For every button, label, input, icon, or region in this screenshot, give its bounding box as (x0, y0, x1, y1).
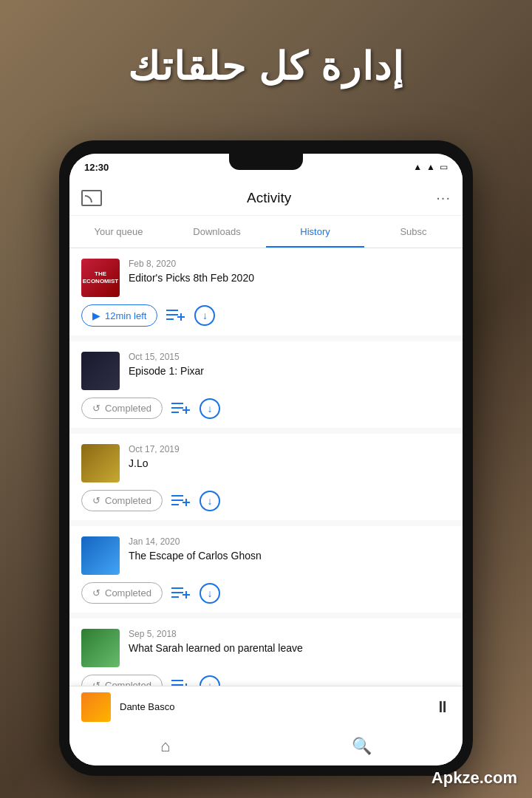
episode-list: THEECONOMIST Feb 8, 2020 Editor's Picks … (69, 248, 463, 727)
add-to-queue-button[interactable] (171, 493, 191, 509)
battery-icon: ▭ (440, 162, 448, 172)
status-time: 12:30 (84, 162, 109, 173)
add-to-queue-button[interactable] (166, 307, 185, 324)
completed-button[interactable]: ↺ Completed (81, 398, 163, 419)
episode-header: Jan 14, 2020 The Escape of Carlos Ghosn (81, 536, 451, 575)
tabs-bar: Your queue Downloads History Subsc (69, 216, 463, 248)
download-icon: ↓ (207, 587, 212, 599)
nav-bar: ⌂ 🔍 (69, 727, 463, 765)
episode-date: Oct 15, 2015 (129, 352, 451, 362)
episode-item: Oct 15, 2015 Episode 1: Pixar ↺ Complete… (69, 341, 463, 428)
episode-actions: ↺ Completed ↓ (81, 490, 451, 511)
thumb-image (81, 352, 120, 390)
mini-player-title: Dante Basco (120, 701, 426, 712)
play-icon: ▶ (92, 310, 100, 321)
download-button[interactable]: ↓ (200, 491, 220, 511)
episode-title: What Sarah learned on parental leave (129, 641, 451, 655)
search-icon: 🔍 (352, 737, 372, 756)
episode-title: Editor's Picks 8th Feb 2020 (129, 271, 451, 284)
home-icon: ⌂ (160, 737, 170, 756)
nav-home[interactable]: ⌂ (160, 737, 170, 756)
thumb-image (81, 444, 120, 482)
phone-screen: 12:30 ▲ ▲ ▭ Activity ··· Your queue Down… (69, 154, 463, 765)
tab-history[interactable]: History (266, 216, 364, 248)
completed-icon: ↺ (92, 403, 100, 414)
notch (229, 154, 303, 170)
episode-date: Oct 17, 2019 (129, 444, 451, 454)
episode-actions: ▶ 12min left ↓ (81, 304, 451, 327)
download-icon: ↓ (207, 403, 212, 415)
completed-button[interactable]: ↺ Completed (81, 490, 163, 511)
signal-icon: ▲ (426, 162, 435, 172)
wifi-icon: ▲ (413, 162, 422, 172)
more-menu-icon[interactable]: ··· (436, 189, 451, 206)
play-button[interactable]: ▶ 12min left (81, 304, 157, 327)
download-button[interactable]: ↓ (194, 305, 215, 326)
phone-frame: 12:30 ▲ ▲ ▭ Activity ··· Your queue Down… (59, 140, 473, 776)
download-button[interactable]: ↓ (200, 398, 220, 419)
episode-info: Feb 8, 2020 Editor's Picks 8th Feb 2020 (129, 259, 451, 284)
episode-header: Oct 15, 2015 Episode 1: Pixar (81, 352, 451, 390)
add-to-queue-button[interactable] (171, 585, 191, 601)
tab-subscriptions[interactable]: Subsc (364, 216, 463, 248)
tab-your-queue[interactable]: Your queue (69, 216, 168, 248)
episode-info: Oct 17, 2019 J.Lo (129, 444, 451, 470)
completed-button[interactable]: ↺ Completed (81, 582, 163, 604)
tab-downloads[interactable]: Downloads (168, 216, 266, 248)
pause-button[interactable]: ⏸ (434, 698, 451, 717)
episode-title: The Escape of Carlos Ghosn (129, 549, 451, 562)
episode-thumb (81, 629, 120, 667)
download-icon: ↓ (207, 495, 212, 507)
thumb-image (81, 629, 120, 667)
episode-thumb (81, 352, 120, 390)
status-icons: ▲ ▲ ▭ (413, 162, 448, 172)
episode-date: Feb 8, 2020 (129, 259, 451, 269)
episode-date: Jan 14, 2020 (129, 536, 451, 547)
cast-icon[interactable] (81, 190, 102, 206)
episode-info: Oct 15, 2015 Episode 1: Pixar (129, 352, 451, 378)
episode-header: THEECONOMIST Feb 8, 2020 Editor's Picks … (81, 259, 451, 297)
watermark: Apkze.com (432, 768, 517, 788)
page-title: Activity (247, 190, 291, 206)
episode-actions: ↺ Completed ↓ (81, 582, 451, 604)
episode-info: Jan 14, 2020 The Escape of Carlos Ghosn (129, 536, 451, 562)
download-button[interactable]: ↓ (200, 583, 220, 604)
thumb-image (81, 536, 120, 575)
mini-player-thumb (81, 692, 111, 722)
episode-item: Jan 14, 2020 The Escape of Carlos Ghosn … (69, 526, 463, 613)
top-bar: Activity ··· (69, 180, 463, 216)
episode-actions: ↺ Completed ↓ (81, 398, 451, 419)
episode-item: Oct 17, 2019 J.Lo ↺ Completed (69, 434, 463, 520)
mini-player: Dante Basco ⏸ (69, 686, 463, 727)
add-to-queue-button[interactable] (171, 400, 191, 417)
episode-title: Episode 1: Pixar (129, 364, 451, 378)
episode-thumb (81, 444, 120, 482)
episode-thumb (81, 536, 120, 575)
arabic-title: إدارة كل حلقاتك (0, 44, 532, 89)
completed-icon: ↺ (92, 495, 100, 506)
episode-item: THEECONOMIST Feb 8, 2020 Editor's Picks … (69, 248, 463, 335)
episode-info: Sep 5, 2018 What Sarah learned on parent… (129, 629, 451, 655)
download-icon: ↓ (202, 310, 208, 321)
episode-title: J.Lo (129, 457, 451, 470)
episode-header: Sep 5, 2018 What Sarah learned on parent… (81, 629, 451, 667)
nav-search[interactable]: 🔍 (352, 737, 372, 756)
episode-header: Oct 17, 2019 J.Lo (81, 444, 451, 482)
episode-date: Sep 5, 2018 (129, 629, 451, 639)
completed-icon: ↺ (92, 587, 100, 598)
thumb-image: THEECONOMIST (81, 259, 120, 297)
episode-thumb: THEECONOMIST (81, 259, 120, 297)
